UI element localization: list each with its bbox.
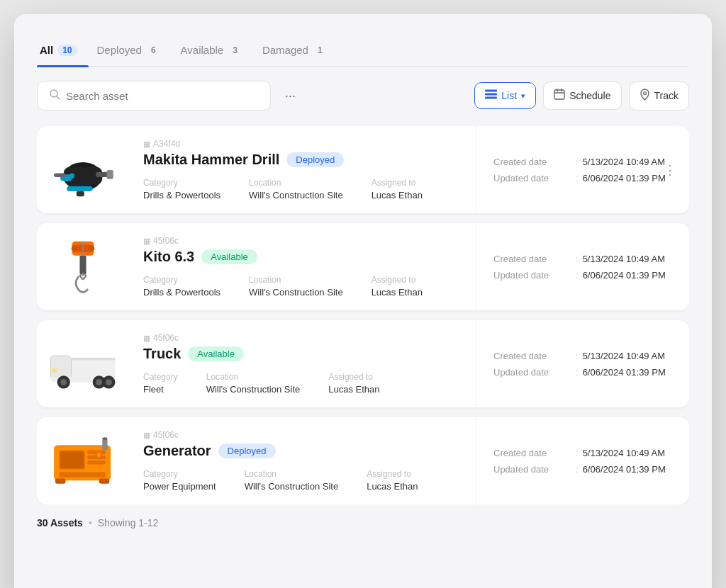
location-group: Location Will's Construction Site: [245, 469, 339, 492]
asset-dates: Created date : 5/13/2024 10:49 AM Update…: [476, 320, 689, 407]
created-date-label: Created date: [493, 157, 571, 167]
created-date-value: 5/13/2024 10:49 AM: [583, 254, 665, 264]
assigned-group: Assigned to Lucas Ethan: [367, 469, 418, 492]
asset-card[interactable]: ▦ A34f4d Makita Hammer Drill Deployed Ca…: [37, 126, 689, 213]
svg-rect-14: [107, 170, 113, 179]
asset-image-wrap: [37, 223, 129, 310]
created-date-value: 5/13/2024 10:49 AM: [583, 157, 665, 167]
tab-badge-deployed: 6: [146, 45, 161, 56]
asset-id-value: 45f06c: [153, 236, 179, 246]
asset-id: ▦ 45f06c: [143, 430, 462, 440]
list-icon: [485, 89, 497, 102]
svg-rect-15: [67, 186, 92, 191]
asset-image-wrap: [37, 320, 129, 407]
updated-date-label: Updated date: [493, 464, 571, 475]
asset-meta: Category Drills & Powertools Location Wi…: [143, 275, 462, 298]
asset-title-row: Truck Available: [143, 346, 462, 362]
tab-label-all: All: [40, 44, 53, 56]
asset-card[interactable]: ▦ 45f06c Generator Deployed Category Pow…: [37, 417, 689, 504]
asset-card[interactable]: ▦ 45f06c Truck Available Category Fleet …: [37, 320, 689, 407]
asset-id-value: 45f06c: [153, 430, 179, 440]
tab-all[interactable]: All10: [37, 37, 89, 66]
svg-rect-16: [77, 191, 84, 196]
asset-list: ▦ A34f4d Makita Hammer Drill Deployed Ca…: [37, 126, 689, 504]
search-input[interactable]: [66, 90, 259, 102]
category-group: Category Power Equipment: [143, 469, 216, 492]
tab-available[interactable]: Available3: [178, 37, 254, 66]
asset-id: ▦ 45f06c: [143, 236, 462, 246]
location-value: Will's Construction Site: [249, 287, 343, 298]
updated-date-value: 6/06/2024 01:39 PM: [583, 270, 666, 281]
total-assets: 30 Assets: [37, 517, 83, 528]
asset-main: ▦ 45f06c Truck Available Category Fleet …: [129, 320, 476, 407]
asset-id-icon: ▦: [143, 431, 150, 440]
category-label: Category: [143, 469, 216, 479]
asset-id: ▦ A34f4d: [143, 139, 462, 149]
location-value: Will's Construction Site: [245, 481, 339, 492]
svg-point-32: [60, 378, 67, 385]
asset-meta: Category Drills & Powertools Location Wi…: [143, 178, 462, 200]
list-view-button[interactable]: List ▾: [474, 82, 536, 109]
asset-image-wrap: [37, 417, 129, 504]
updated-date-label: Updated date: [493, 173, 571, 183]
svg-rect-49: [55, 478, 66, 483]
assigned-value: Lucas Ethan: [372, 190, 423, 200]
schedule-view-button[interactable]: Schedule: [543, 81, 621, 110]
app-window: All10Deployed6Available3Damaged1 ···: [14, 14, 712, 588]
more-options-button[interactable]: ···: [278, 84, 303, 108]
tab-badge-available: 3: [228, 45, 242, 56]
svg-rect-3: [485, 94, 497, 96]
created-date-value: 5/13/2024 10:49 AM: [583, 351, 665, 361]
asset-dates: Created date : 5/13/2024 10:49 AM Update…: [476, 417, 689, 504]
asset-meta: Category Power Equipment Location Will's…: [143, 469, 462, 492]
updated-date-label: Updated date: [493, 367, 571, 378]
asset-main: ▦ 45f06c Generator Deployed Category Pow…: [129, 417, 476, 504]
calendar-icon: [554, 89, 565, 103]
category-group: Category Fleet: [143, 372, 178, 395]
category-value: Drills & Powertools: [143, 190, 220, 200]
card-menu-button[interactable]: ⋮: [659, 158, 681, 182]
tab-damaged[interactable]: Damaged1: [259, 37, 339, 66]
svg-rect-43: [87, 460, 105, 464]
footer-dot: •: [89, 517, 92, 528]
track-view-button[interactable]: Track: [629, 81, 689, 111]
svg-point-46: [97, 453, 101, 456]
tab-deployed[interactable]: Deployed6: [94, 37, 172, 66]
location-group: Location Will's Construction Site: [249, 178, 343, 200]
search-box: [37, 81, 271, 111]
svg-rect-18: [54, 173, 65, 176]
svg-point-17: [69, 173, 74, 178]
updated-date-value: 6/06/2024 01:39 PM: [583, 173, 666, 183]
asset-main: ▦ A34f4d Makita Hammer Drill Deployed Ca…: [129, 126, 476, 213]
location-label: Location: [249, 178, 343, 188]
tab-badge-all: 10: [57, 45, 77, 56]
updated-date-label: Updated date: [493, 270, 571, 281]
toolbar-right: List ▾ Schedule: [474, 81, 689, 111]
asset-name: Truck: [143, 346, 181, 362]
asset-title-row: Generator Deployed: [143, 443, 462, 459]
asset-name: Makita Hammer Drill: [143, 152, 279, 168]
asset-id-icon: ▦: [143, 140, 150, 149]
svg-rect-5: [554, 90, 564, 99]
svg-rect-44: [59, 472, 105, 477]
created-date-row: Created date : 5/13/2024 10:49 AM: [493, 448, 672, 458]
svg-rect-23: [81, 273, 84, 276]
tab-label-damaged: Damaged: [262, 44, 308, 56]
svg-rect-47: [102, 439, 107, 450]
assigned-group: Assigned to Lucas Ethan: [372, 178, 423, 200]
svg-rect-37: [52, 368, 57, 372]
location-group: Location Will's Construction Site: [249, 275, 343, 298]
asset-id: ▦ 45f06c: [143, 333, 462, 343]
svg-rect-24: [81, 277, 84, 280]
svg-rect-50: [99, 478, 110, 483]
schedule-label: Schedule: [569, 90, 610, 101]
asset-card[interactable]: ▦ 45f06c Kito 6.3 Available Category Dri…: [37, 223, 689, 310]
created-date-row: Created date : 5/13/2024 10:49 AM: [493, 157, 672, 167]
asset-image-wrap: [37, 126, 129, 213]
created-date-row: Created date : 5/13/2024 10:49 AM: [493, 351, 672, 361]
list-container: ▦ A34f4d Makita Hammer Drill Deployed Ca…: [37, 126, 689, 504]
status-badge: Available: [201, 249, 257, 264]
location-value: Will's Construction Site: [249, 190, 343, 200]
category-label: Category: [143, 275, 220, 285]
location-icon: [640, 89, 650, 103]
